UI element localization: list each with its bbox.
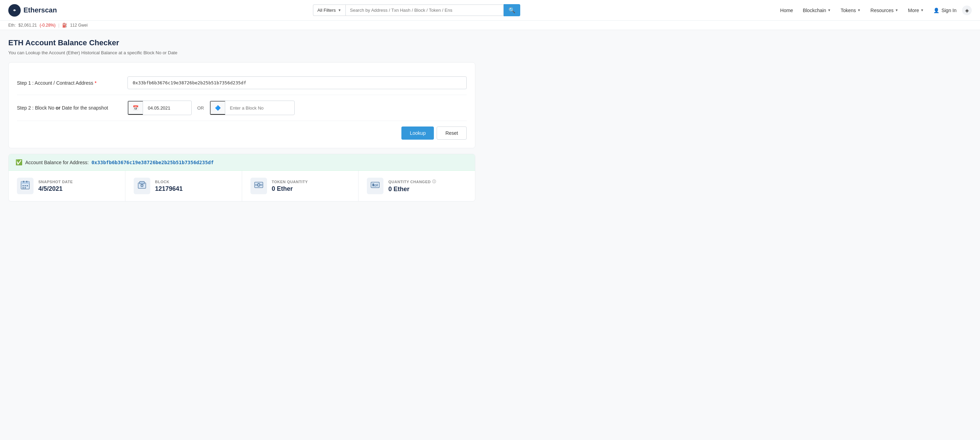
block-icon-box xyxy=(134,178,150,194)
eth-theme-icon[interactable]: ◈ xyxy=(962,6,972,15)
search-button[interactable]: 🔍 xyxy=(504,4,520,16)
calendar-stat-icon xyxy=(21,180,30,192)
result-card: ✅ Account Balance for Address: 0x33bfb6b… xyxy=(8,154,475,201)
or-separator: OR xyxy=(197,105,204,111)
block-stat-icon xyxy=(137,180,147,192)
lookup-button[interactable]: Lookup xyxy=(401,126,434,140)
snapshot-label: SNAPSHOT DATE xyxy=(38,180,73,184)
stats-row: SNAPSHOT DATE 4/5/2021 xyxy=(9,171,475,201)
step2-label: Step 2 : Block No or Date for the snapsh… xyxy=(17,105,127,111)
svg-point-16 xyxy=(258,184,259,186)
blockchain-arrow-icon: ▼ xyxy=(828,8,831,12)
block-label: BLOCK xyxy=(155,180,183,184)
more-arrow-icon: ▼ xyxy=(921,8,924,12)
nav-home[interactable]: Home xyxy=(776,5,797,16)
nav-area: Home Blockchain ▼ Tokens ▼ Resources ▼ M… xyxy=(776,5,972,16)
svg-point-18 xyxy=(261,184,262,186)
svg-rect-21 xyxy=(374,185,376,186)
filter-label: All Filters xyxy=(317,8,336,13)
step1-row: Step 1 : Account / Contract Address * xyxy=(17,71,467,95)
stat-block: BLOCK 12179641 xyxy=(126,171,242,201)
required-indicator: * xyxy=(95,80,96,86)
svg-rect-4 xyxy=(26,181,27,182)
page-title: ETH Account Balance Checker xyxy=(8,38,475,47)
svg-rect-9 xyxy=(24,187,26,188)
svg-point-13 xyxy=(141,185,143,186)
stat-token-quantity: TOKEN QUANTITY 0 Ether xyxy=(242,171,359,201)
quantity-changed-stat-icon xyxy=(370,180,380,192)
svg-rect-2 xyxy=(21,182,29,184)
gas-value: 112 Gwei xyxy=(70,23,88,28)
quantity-changed-text-area: QUANTITY CHANGED ⓘ 0 Ether xyxy=(388,179,436,193)
date-block-row: 📅 OR 🔷 xyxy=(127,100,467,115)
svg-rect-3 xyxy=(23,181,24,182)
stat-quantity-changed: QUANTITY CHANGED ⓘ 0 Ether xyxy=(359,171,475,201)
svg-rect-6 xyxy=(24,185,26,186)
calendar-icon-button[interactable]: 📅 xyxy=(128,101,143,115)
snapshot-icon-box xyxy=(17,178,33,194)
block-number-input[interactable] xyxy=(225,102,294,114)
svg-rect-22 xyxy=(377,184,378,186)
nav-more[interactable]: More ▼ xyxy=(904,5,928,16)
snapshot-text-area: SNAPSHOT DATE 4/5/2021 xyxy=(38,180,73,193)
svg-rect-11 xyxy=(140,182,145,184)
filter-select[interactable]: All Filters ▼ xyxy=(313,5,345,16)
logo-area: Etherscan xyxy=(8,4,57,17)
sub-header: Eth: $2,061.21 (-0.28%) | ⛽ 112 Gwei xyxy=(0,21,980,30)
nav-resources[interactable]: Resources ▼ xyxy=(866,5,903,16)
main-content: ETH Account Balance Checker You can Look… xyxy=(0,30,484,210)
quantity-changed-label: QUANTITY CHANGED ⓘ xyxy=(388,179,436,184)
block-text-area: BLOCK 12179641 xyxy=(155,180,183,193)
svg-point-17 xyxy=(255,184,257,186)
snapshot-value: 4/5/2021 xyxy=(38,185,73,193)
step1-control xyxy=(127,77,467,89)
date-input[interactable] xyxy=(143,102,191,114)
result-header: ✅ Account Balance for Address: 0x33bfb6b… xyxy=(9,154,475,171)
eth-price-label: Eth: xyxy=(8,23,16,28)
token-value: 0 Ether xyxy=(272,185,308,193)
block-value: 12179641 xyxy=(155,185,183,193)
step2-row: Step 2 : Block No or Date for the snapsh… xyxy=(17,95,467,121)
token-icon-box xyxy=(250,178,267,194)
check-circle-icon: ✅ xyxy=(16,159,22,166)
block-input-wrapper: 🔷 xyxy=(210,100,295,115)
token-text-area: TOKEN QUANTITY 0 Ether xyxy=(272,180,308,193)
step2-control: 📅 OR 🔷 xyxy=(127,100,467,115)
subheader-divider: | xyxy=(58,23,59,28)
result-prefix: Account Balance for Address: xyxy=(25,160,89,165)
search-input[interactable] xyxy=(345,5,504,16)
user-icon: 👤 xyxy=(933,8,939,13)
eth-price-value: $2,061.21 xyxy=(18,23,37,28)
address-input[interactable] xyxy=(127,77,467,89)
logo-icon xyxy=(8,4,21,17)
search-area: All Filters ▼ 🔍 xyxy=(313,4,520,16)
date-input-wrapper: 📅 xyxy=(127,100,192,115)
filter-arrow-icon: ▼ xyxy=(338,8,341,12)
eth-price-change: (-0.28%) xyxy=(40,23,56,28)
gas-pump-icon: ⛽ xyxy=(62,23,67,28)
svg-rect-8 xyxy=(22,187,24,188)
tokens-arrow-icon: ▼ xyxy=(858,8,861,12)
token-stat-icon xyxy=(254,180,264,192)
reset-button[interactable]: Reset xyxy=(437,126,467,140)
page-subtitle: You can Lookup the Account (Ether) Histo… xyxy=(8,50,475,55)
svg-rect-20 xyxy=(372,183,374,186)
button-row: Lookup Reset xyxy=(17,121,467,140)
svg-rect-7 xyxy=(27,185,28,186)
result-address[interactable]: 0x33bfb6b3676c19e38726be2b25b51b7356d235… xyxy=(92,160,214,165)
quantity-changed-value: 0 Ether xyxy=(388,186,436,193)
resources-arrow-icon: ▼ xyxy=(895,8,899,12)
form-card: Step 1 : Account / Contract Address * St… xyxy=(8,62,475,148)
token-label: TOKEN QUANTITY xyxy=(272,180,308,184)
nav-blockchain[interactable]: Blockchain ▼ xyxy=(799,5,835,16)
svg-rect-5 xyxy=(22,185,24,186)
stat-snapshot-date: SNAPSHOT DATE 4/5/2021 xyxy=(9,171,126,201)
info-icon[interactable]: ⓘ xyxy=(432,179,436,184)
quantity-changed-icon-box xyxy=(367,178,383,194)
nav-tokens[interactable]: Tokens ▼ xyxy=(837,5,865,16)
header: Etherscan All Filters ▼ 🔍 Home Blockchai… xyxy=(0,0,980,21)
sign-in-button[interactable]: 👤 Sign In xyxy=(929,5,961,16)
step1-label: Step 1 : Account / Contract Address * xyxy=(17,80,127,86)
logo-text: Etherscan xyxy=(24,6,57,14)
block-icon-button[interactable]: 🔷 xyxy=(210,101,225,115)
